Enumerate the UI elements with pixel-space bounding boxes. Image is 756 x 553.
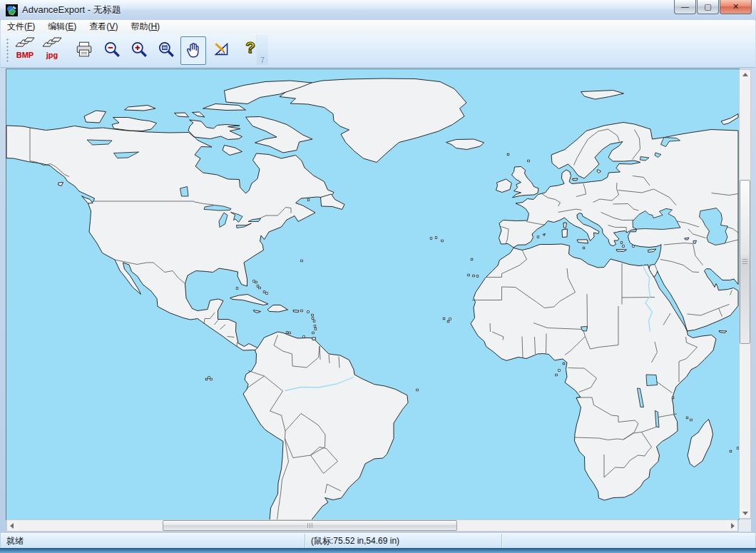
country-border-52 bbox=[622, 298, 655, 298]
status-bar: 就绪 (鼠标:75.52 in,54.69 in) bbox=[1, 533, 755, 549]
ruler-pencil-icon bbox=[213, 40, 231, 59]
left-arrow-icon bbox=[10, 523, 14, 529]
app-window: AdvanceExport - 无标题 — ▢ ✕ 文件(F) 编辑(E) 查看… bbox=[0, 0, 756, 553]
small-island-16 bbox=[289, 332, 291, 334]
pan-tool-button[interactable] bbox=[180, 36, 206, 65]
small-island-45 bbox=[620, 242, 623, 244]
small-island-9 bbox=[312, 314, 314, 316]
small-island-1 bbox=[255, 281, 257, 283]
down-arrow-icon bbox=[742, 512, 748, 515]
trinidad bbox=[312, 338, 316, 340]
small-island-13 bbox=[315, 328, 317, 330]
menu-help[interactable]: 帮助(H) bbox=[124, 19, 166, 34]
jpg-label: jpg bbox=[46, 51, 58, 59]
small-island-29 bbox=[435, 237, 437, 239]
minimize-button[interactable]: — bbox=[674, 0, 696, 14]
small-island-36 bbox=[690, 419, 693, 421]
zoom-out-button[interactable] bbox=[99, 39, 125, 64]
sjaelland bbox=[573, 178, 578, 181]
maximize-button[interactable]: ▢ bbox=[697, 0, 719, 14]
scroll-down-button[interactable] bbox=[740, 507, 750, 518]
scroll-left-button[interactable] bbox=[7, 520, 18, 531]
small-island-41 bbox=[556, 374, 558, 376]
zoom-in-button[interactable] bbox=[126, 39, 152, 64]
up-arrow-icon bbox=[742, 73, 748, 76]
scrollbar-corner bbox=[739, 519, 751, 532]
small-island-30 bbox=[441, 240, 444, 242]
vertical-scrollbar[interactable] bbox=[739, 69, 751, 519]
small-island-10 bbox=[312, 318, 314, 320]
title-bar[interactable]: AdvanceExport - 无标题 — ▢ ✕ bbox=[0, 0, 756, 21]
toolbar-grip[interactable] bbox=[6, 38, 9, 62]
small-island-34 bbox=[417, 389, 419, 391]
export-jpg-button[interactable]: jpg bbox=[39, 36, 65, 66]
small-island-47 bbox=[583, 247, 585, 249]
country-border-10 bbox=[237, 343, 237, 347]
country-border-54 bbox=[587, 294, 588, 329]
small-island-11 bbox=[313, 320, 315, 323]
help-icon: ? bbox=[245, 39, 255, 57]
status-extra-pane bbox=[502, 534, 755, 549]
bmp-label: BMP bbox=[16, 51, 34, 59]
small-island-46 bbox=[623, 245, 625, 248]
status-ready-pane: 就绪 bbox=[1, 534, 305, 549]
horizontal-scrollbar[interactable] bbox=[6, 519, 738, 532]
small-island-40 bbox=[563, 362, 565, 365]
magnifier-page-icon bbox=[157, 40, 175, 59]
small-island-4 bbox=[263, 291, 265, 293]
small-island-26 bbox=[447, 320, 449, 323]
lake-victoria bbox=[646, 375, 658, 386]
export-bmp-button[interactable]: BMP bbox=[12, 36, 38, 66]
small-island-19 bbox=[205, 378, 208, 380]
menu-bar: 文件(F) 编辑(E) 查看(V) 帮助(H) bbox=[1, 20, 755, 34]
lake-van bbox=[685, 238, 690, 240]
small-island-27 bbox=[449, 318, 451, 320]
small-island-5 bbox=[266, 293, 268, 295]
horizontal-scroll-thumb[interactable] bbox=[163, 520, 457, 531]
scroll-right-button[interactable] bbox=[727, 520, 737, 531]
thumb-grip bbox=[742, 259, 747, 265]
print-button[interactable] bbox=[71, 39, 97, 64]
small-island-44 bbox=[537, 236, 539, 238]
country-border-61 bbox=[490, 323, 491, 332]
map-viewport[interactable] bbox=[6, 69, 740, 520]
small-island-22 bbox=[473, 275, 475, 277]
menu-file[interactable]: 文件(F) bbox=[1, 19, 41, 34]
toolbar-overflow-handle[interactable]: 7 bbox=[256, 35, 268, 65]
small-island-42 bbox=[558, 370, 561, 372]
small-island-0 bbox=[253, 280, 255, 283]
printer-icon bbox=[75, 40, 93, 59]
measure-tool-button[interactable] bbox=[209, 39, 235, 64]
small-island-14 bbox=[312, 332, 315, 334]
small-island-37 bbox=[730, 450, 732, 452]
small-island-48 bbox=[307, 199, 310, 201]
vertical-scroll-thumb[interactable] bbox=[740, 180, 750, 344]
mouse-coordinates: (鼠标:75.52 in,54.69 in) bbox=[311, 535, 399, 547]
right-arrow-icon bbox=[731, 523, 735, 529]
lake-winnipeg bbox=[180, 187, 189, 197]
small-island-32 bbox=[507, 153, 509, 156]
small-island-18 bbox=[208, 377, 210, 379]
small-island-28 bbox=[430, 238, 432, 240]
hand-icon bbox=[183, 39, 203, 61]
small-island-12 bbox=[314, 325, 316, 328]
small-island-31 bbox=[301, 260, 303, 262]
menu-view[interactable]: 查看(V) bbox=[83, 19, 124, 34]
small-island-20 bbox=[210, 378, 213, 380]
zoom-extent-button[interactable] bbox=[153, 39, 179, 64]
sardinia bbox=[562, 229, 568, 238]
app-icon bbox=[6, 4, 18, 16]
small-island-7 bbox=[301, 310, 303, 312]
small-island-39 bbox=[672, 397, 674, 399]
menu-edit[interactable]: 编辑(E) bbox=[41, 19, 83, 34]
scroll-up-button[interactable] bbox=[740, 70, 750, 81]
small-island-17 bbox=[303, 336, 305, 338]
small-island-23 bbox=[476, 275, 479, 278]
close-button[interactable]: ✕ bbox=[720, 0, 752, 14]
status-mouse-coordinates-pane: (鼠标:75.52 in,54.69 in) bbox=[305, 534, 502, 549]
small-island-8 bbox=[307, 311, 310, 313]
small-island-24 bbox=[471, 258, 473, 260]
world-map[interactable] bbox=[6, 69, 739, 519]
small-island-15 bbox=[286, 332, 288, 334]
small-island-6 bbox=[236, 288, 238, 290]
